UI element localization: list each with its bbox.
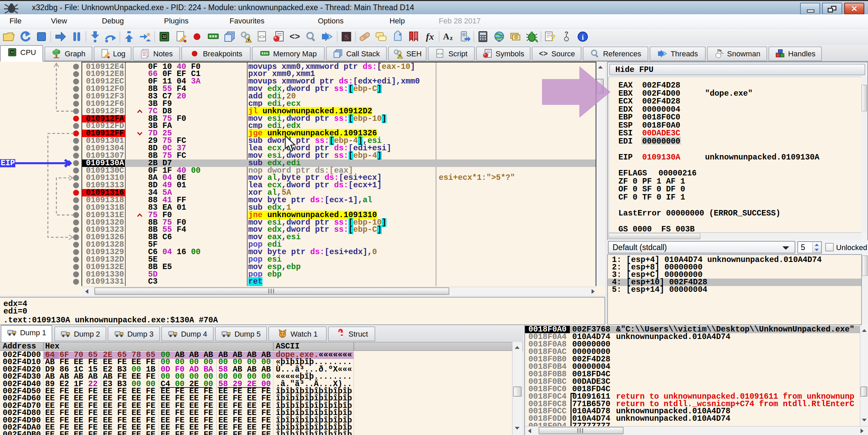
svg-text:i: i xyxy=(582,33,584,41)
svg-text:<>: <> xyxy=(437,52,443,57)
svg-text:<>: <> xyxy=(539,50,548,58)
svg-text:<>: <> xyxy=(258,34,265,40)
svg-text:<>: <> xyxy=(289,32,300,42)
svg-text:?: ? xyxy=(550,33,556,43)
svg-text:fx: fx xyxy=(426,31,434,42)
svg-text:z: z xyxy=(450,35,453,41)
svg-text:A: A xyxy=(443,32,450,41)
svg-text:32: 32 xyxy=(162,35,166,39)
svg-text:32: 32 xyxy=(11,51,14,54)
svg-text:S: S xyxy=(344,33,348,41)
